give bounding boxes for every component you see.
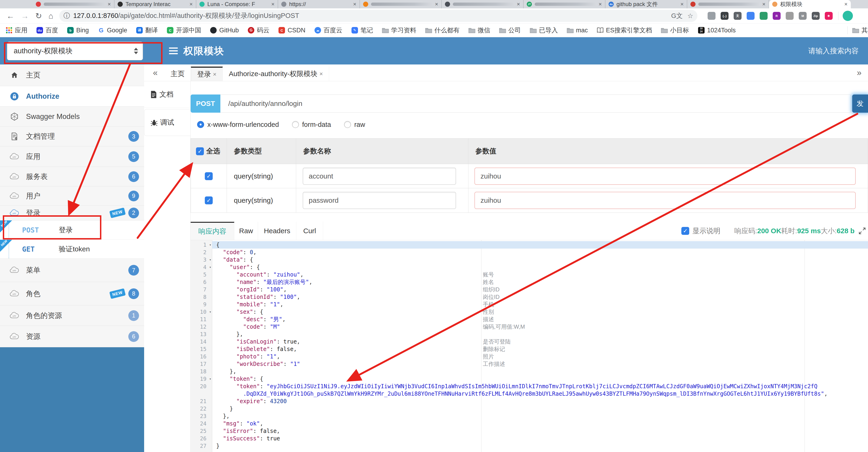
content-type-radio[interactable] — [344, 121, 351, 128]
tab-close-icon[interactable]: × — [517, 1, 520, 7]
bookmark-item[interactable]: C开源中国 — [167, 26, 201, 34]
tab-close-icon[interactable]: × — [271, 1, 275, 7]
bookmark-item[interactable]: GitHub — [210, 27, 239, 34]
sidebar-item[interactable]: API登录NEW2 — [0, 205, 144, 220]
sidebar-endpoint-get[interactable]: NEWGET验证token — [0, 240, 144, 259]
fullscreen-icon[interactable] — [858, 227, 866, 235]
menu-toggle-icon[interactable] — [169, 47, 178, 55]
param-name-input[interactable]: account — [303, 168, 456, 185]
home-icon[interactable]: ⌂ — [49, 11, 54, 21]
sidebar-item[interactable]: API用户9 — [0, 187, 144, 205]
bookmark-item[interactable]: bBing — [67, 27, 89, 34]
tab-close-icon[interactable]: × — [319, 70, 323, 78]
response-tab[interactable]: Headers — [258, 222, 297, 240]
browser-tab[interactable]: https://× — [278, 0, 360, 8]
browser-tab[interactable]: JT× — [524, 0, 605, 8]
tab-close-icon[interactable]: × — [353, 1, 356, 7]
tab-close-icon[interactable]: × — [680, 1, 684, 7]
sidebar-item[interactable]: 文档管理3 — [0, 126, 144, 146]
fold-arrow-icon[interactable]: ▾ — [209, 375, 211, 383]
expand-tabs-icon[interactable]: » — [857, 68, 862, 78]
fold-arrow-icon[interactable]: ▾ — [209, 308, 211, 316]
select-all-checkbox[interactable]: ✓ — [196, 147, 204, 155]
browser-tab[interactable]: × — [687, 0, 769, 8]
show-description-checkbox[interactable]: ✓ — [681, 227, 689, 235]
browser-tab[interactable]: Temporary Interac× — [114, 0, 196, 8]
tab-close-icon[interactable]: × — [189, 1, 193, 7]
gitzip-icon[interactable]: Zip — [812, 12, 820, 20]
chrome-icon[interactable] — [747, 12, 754, 20]
bookmark-item[interactable]: 小目标 — [661, 26, 689, 34]
back-icon[interactable]: ← — [6, 11, 14, 21]
tab-close-icon[interactable]: × — [762, 1, 766, 7]
page-tab[interactable]: 登录× — [191, 66, 223, 81]
bookmark-item[interactable]: GGoogle — [98, 27, 127, 34]
sidebar-item[interactable]: API应用5 — [0, 146, 144, 167]
param-checkbox[interactable]: ✓ — [205, 172, 213, 180]
bookmark-star-icon[interactable]: ☆ — [687, 12, 693, 20]
page-tab[interactable]: 主页 — [164, 66, 191, 81]
sidebar-endpoint-post[interactable]: NEWPOST登录 — [0, 220, 144, 240]
send-button[interactable]: 发 — [852, 94, 868, 113]
sidebar-item[interactable]: Swagger Models — [0, 107, 144, 126]
tab-close-icon[interactable]: × — [844, 1, 847, 7]
code-brackets-icon[interactable]: {..} — [721, 12, 728, 20]
bookmark-item[interactable]: 微信 — [468, 26, 490, 34]
sidebar-item[interactable]: API角色NEW8 — [0, 282, 144, 305]
r-extension-icon[interactable]: R — [773, 12, 781, 20]
param-checkbox[interactable]: ✓ — [205, 196, 213, 204]
response-tab[interactable]: Raw — [234, 222, 258, 240]
bookmark-item[interactable]: ES搜索引擎文档 — [597, 26, 652, 34]
translate-pen-icon[interactable]: 文 — [734, 12, 742, 20]
bookmark-item[interactable]: 什么都有 — [425, 26, 460, 34]
reload-icon[interactable]: ↻ — [35, 11, 42, 21]
browser-tab[interactable]: × — [442, 0, 524, 8]
bookmark-item[interactable]: 公司 — [499, 26, 521, 34]
browser-tab[interactable]: 权限模块× — [769, 0, 851, 8]
browser-tab[interactable]: Luna - Compose: F× — [196, 0, 278, 8]
circle-extension-icon[interactable] — [786, 12, 794, 20]
docs-icon[interactable] — [708, 12, 715, 20]
tab-close-icon[interactable]: × — [213, 71, 216, 78]
fold-arrow-icon[interactable]: ▾ — [209, 263, 211, 271]
bookmark-item[interactable]: ✎笔记 — [351, 26, 373, 34]
header-search-placeholder[interactable]: 请输入搜索内容 — [808, 46, 859, 56]
content-type-radio[interactable] — [197, 121, 204, 128]
bookmark-item[interactable]: 译翻译 — [136, 26, 158, 34]
module-select-dropdown[interactable]: authority-权限模块 — [7, 42, 143, 60]
request-path-input[interactable]: /api/authority/anno/login — [220, 94, 851, 113]
sidebar-item[interactable]: API角色的资源1 — [0, 305, 144, 326]
bookmark-item[interactable]: 已导入 — [530, 26, 558, 34]
sidebar-item[interactable]: Authorize — [0, 86, 144, 107]
response-tab[interactable]: 响应内容 — [191, 222, 234, 240]
rail-item-doc[interactable]: 文档 — [144, 81, 190, 108]
browser-tab[interactable]: dugithub pack 文件× — [605, 0, 687, 8]
site-info-icon[interactable]: ⓘ — [63, 11, 70, 20]
tab-close-icon[interactable]: × — [435, 1, 438, 7]
bookmark-item[interactable]: G码云 — [248, 26, 270, 34]
url-bar[interactable]: ⓘ 127.0.0.1:8760/api/gate/doc.html#/auth… — [59, 10, 698, 22]
content-type-radio[interactable] — [292, 121, 299, 128]
collapse-tabs-icon[interactable]: « — [153, 68, 158, 78]
page-tab[interactable]: Authorize-authority-权限模块× — [223, 66, 329, 81]
other-bookmarks-folder[interactable]: 其他 — [852, 26, 868, 34]
sidebar-item[interactable]: API菜单7 — [0, 259, 144, 282]
browser-tab[interactable]: × — [360, 0, 442, 8]
sidebar-item[interactable]: API服务表6 — [0, 167, 144, 187]
param-value-input[interactable]: zuihou — [474, 192, 856, 209]
tab-close-icon[interactable]: × — [598, 1, 602, 7]
forward-icon[interactable]: → — [21, 11, 29, 21]
sidebar-item[interactable]: API资源6 — [0, 326, 144, 347]
bookmark-item[interactable]: 10241024Tools — [698, 27, 736, 34]
bookmark-item[interactable]: du百度 — [36, 26, 58, 34]
param-value-input[interactable]: zuihou — [474, 168, 856, 185]
browser-tab[interactable]: × — [33, 0, 114, 8]
m-extension-icon[interactable]: M — [799, 12, 807, 20]
bookmark-item[interactable]: mac — [567, 27, 588, 34]
rail-item-debug[interactable]: 调试 — [144, 109, 190, 136]
profile-avatar[interactable] — [843, 11, 853, 21]
param-name-input[interactable]: password — [303, 192, 456, 209]
earth-icon[interactable] — [760, 12, 768, 20]
fold-arrow-icon[interactable]: ▾ — [209, 241, 211, 249]
translate-icon[interactable]: G文 — [671, 11, 683, 20]
